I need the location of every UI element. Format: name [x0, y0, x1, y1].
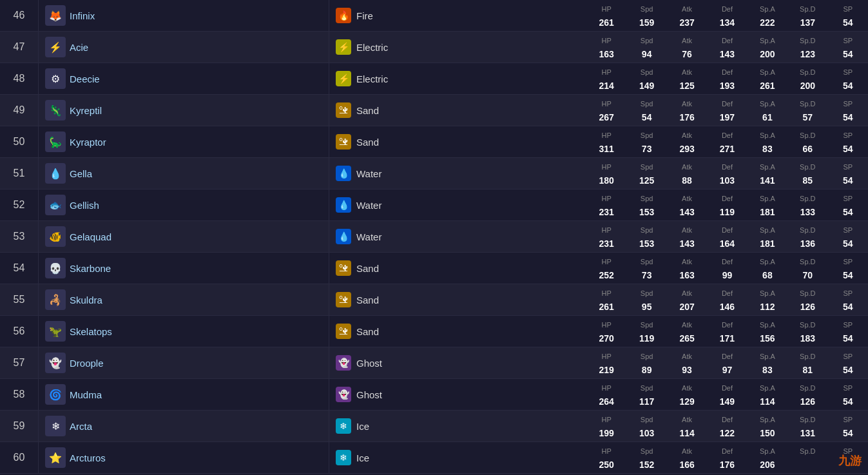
type-icon: 💧 — [336, 229, 351, 244]
type-label: Electric — [356, 42, 388, 53]
stat-value-sp.d — [787, 459, 827, 470]
creature-name[interactable]: Skuldra — [70, 295, 102, 305]
creature-name[interactable]: Gella — [70, 168, 92, 179]
creature-icon: 🌀 — [45, 384, 66, 405]
table-row[interactable]: 55🦂Skuldra🏜SandHPSpdAtkDefSp.ASp.DSP2619… — [0, 284, 868, 316]
table-row[interactable]: 59❄Arcta❄IceHPSpdAtkDefSp.ASp.DSP1991031… — [0, 411, 868, 442]
creature-name[interactable]: Arcturos — [70, 452, 106, 463]
creature-name[interactable]: Kyreptil — [70, 105, 102, 116]
table-row[interactable]: 52🐟Gellish💧WaterHPSpdAtkDefSp.ASp.DSP231… — [0, 189, 868, 221]
stat-value-sp.d: 133 — [787, 206, 827, 218]
stat-label-hp: HP — [586, 192, 626, 204]
stat-value-def: 149 — [707, 396, 747, 407]
creature-name[interactable]: Acie — [70, 42, 88, 53]
creature-name[interactable]: Infinix — [70, 10, 95, 21]
creature-type-cell: ⚡Electric — [329, 32, 586, 63]
row-number: 53 — [0, 221, 39, 252]
table-row[interactable]: 51💧Gella💧WaterHPSpdAtkDefSp.ASp.DSP18012… — [0, 158, 868, 189]
stats-header: HPSpdAtkDefSp.ASp.DSP — [586, 96, 868, 110]
table-row[interactable]: 57👻Droople👻GhostHPSpdAtkDefSp.ASp.DSP219… — [0, 347, 868, 379]
stat-value-sp.d: 137 — [787, 17, 827, 28]
stat-value-hp: 219 — [586, 364, 626, 376]
creature-name[interactable]: Skelatops — [70, 326, 112, 337]
creature-icon: 🐟 — [45, 195, 66, 215]
stat-label-sp.d: Sp.D — [787, 350, 827, 362]
stat-label-sp: SP — [828, 192, 868, 204]
creature-name-cell: ⚙Deecie — [39, 63, 329, 94]
stat-label-sp.a: Sp.A — [747, 160, 787, 172]
stat-label-hp: HP — [586, 129, 626, 141]
stats-values: 180125881031418554 — [586, 173, 868, 188]
stat-label-atk: Atk — [667, 318, 707, 330]
creature-name[interactable]: Kyraptor — [70, 137, 106, 148]
creature-name[interactable]: Mudma — [70, 389, 102, 400]
stat-value-hp: 163 — [586, 48, 626, 60]
type-label: Ghost — [356, 389, 382, 400]
stats-cell: HPSpdAtkDefSp.ASp.DSP1991031141221501315… — [586, 411, 868, 441]
stats-cell: HPSpdAtkDefSp.ASp.DSP26754176197615754 — [586, 95, 868, 126]
stat-value-spd: 94 — [626, 48, 666, 60]
stats-header: HPSpdAtkDefSp.ASp.DSP — [586, 159, 868, 173]
stat-value-atk: 293 — [667, 143, 707, 155]
stat-value-spd: 73 — [626, 269, 666, 281]
stats-values: 250152166176206 — [586, 458, 868, 472]
stat-label-sp.a: Sp.A — [747, 192, 787, 204]
stat-value-spd: 73 — [626, 143, 666, 155]
stat-label-sp.a: Sp.A — [747, 66, 787, 77]
creature-name[interactable]: Gellish — [70, 200, 99, 211]
stat-label-def: Def — [707, 129, 747, 141]
creature-type-cell: 🏜Sand — [329, 316, 586, 347]
type-label: Water — [356, 200, 381, 211]
creature-name[interactable]: Skarbone — [70, 263, 111, 274]
stats-values: 2619520714611212654 — [586, 300, 868, 314]
type-icon: 🔥 — [336, 8, 351, 23]
table-row[interactable]: 54💀Skarbone🏜SandHPSpdAtkDefSp.ASp.DSP252… — [0, 253, 868, 284]
creature-type-cell: 🔥Fire — [329, 0, 586, 31]
table-row[interactable]: 47⚡Acie⚡ElectricHPSpdAtkDefSp.ASp.DSP163… — [0, 32, 868, 63]
stat-value-sp: 54 — [828, 48, 868, 60]
row-number: 54 — [0, 253, 39, 284]
table-row[interactable]: 60⭐Arcturos❄IceHPSpdAtkDefSp.ASp.DSP2501… — [0, 442, 868, 474]
stat-value-sp.d: 85 — [787, 175, 827, 186]
stats-values: 21414912519326120054 — [586, 79, 868, 93]
creature-icon: 💧 — [45, 163, 66, 184]
row-number: 46 — [0, 0, 39, 31]
table-row[interactable]: 46🦊Infinix🔥FireHPSpdAtkDefSp.ASp.DSP2611… — [0, 0, 868, 32]
creature-icon: ❄ — [45, 416, 66, 436]
table-row[interactable]: 58🌀Mudma👻GhostHPSpdAtkDefSp.ASp.DSP26411… — [0, 379, 868, 411]
stat-label-def: Def — [707, 224, 747, 235]
stat-value-sp.a: 141 — [747, 175, 787, 186]
stat-value-sp: 54 — [828, 364, 868, 376]
stat-value-atk: 237 — [667, 17, 707, 28]
type-icon: ⚡ — [336, 71, 351, 86]
table-row[interactable]: 50🦕Kyraptor🏜SandHPSpdAtkDefSp.ASp.DSP311… — [0, 126, 868, 158]
stat-label-sp.d: Sp.D — [787, 445, 827, 456]
table-row[interactable]: 48⚙Deecie⚡ElectricHPSpdAtkDefSp.ASp.DSP2… — [0, 63, 868, 95]
creature-type-cell: 👻Ghost — [329, 379, 586, 410]
table-row[interactable]: 49🦎Kyreptil🏜SandHPSpdAtkDefSp.ASp.DSP267… — [0, 95, 868, 126]
creature-name[interactable]: Gelaquad — [70, 231, 111, 242]
stat-value-hp: 267 — [586, 111, 626, 123]
table-row[interactable]: 56🦖Skelatops🏜SandHPSpdAtkDefSp.ASp.DSP27… — [0, 316, 868, 347]
type-label: Sand — [356, 137, 379, 148]
stat-label-sp: SP — [828, 382, 868, 393]
row-number: 59 — [0, 411, 39, 441]
stat-label-def: Def — [707, 445, 747, 456]
stat-label-sp.a: Sp.A — [747, 287, 787, 298]
stat-label-sp.d: Sp.D — [787, 382, 827, 393]
stats-header: HPSpdAtkDefSp.ASp.DSP — [586, 443, 868, 458]
creature-name[interactable]: Droople — [70, 358, 104, 369]
creature-name-cell: ❄Arcta — [39, 411, 329, 441]
stat-label-sp: SP — [828, 160, 868, 172]
stat-value-sp.a: 61 — [747, 111, 787, 123]
stat-value-def: 143 — [707, 48, 747, 60]
stat-label-sp.a: Sp.A — [747, 3, 787, 14]
creature-name[interactable]: Arcta — [70, 421, 92, 432]
stats-header: HPSpdAtkDefSp.ASp.DSP — [586, 317, 868, 331]
table-row[interactable]: 53🐠Gelaquad💧WaterHPSpdAtkDefSp.ASp.DSP23… — [0, 221, 868, 253]
stat-value-def: 97 — [707, 364, 747, 376]
stat-value-spd: 125 — [626, 175, 666, 186]
row-number: 55 — [0, 284, 39, 315]
creature-name[interactable]: Deecie — [70, 73, 100, 84]
stat-label-hp: HP — [586, 382, 626, 393]
